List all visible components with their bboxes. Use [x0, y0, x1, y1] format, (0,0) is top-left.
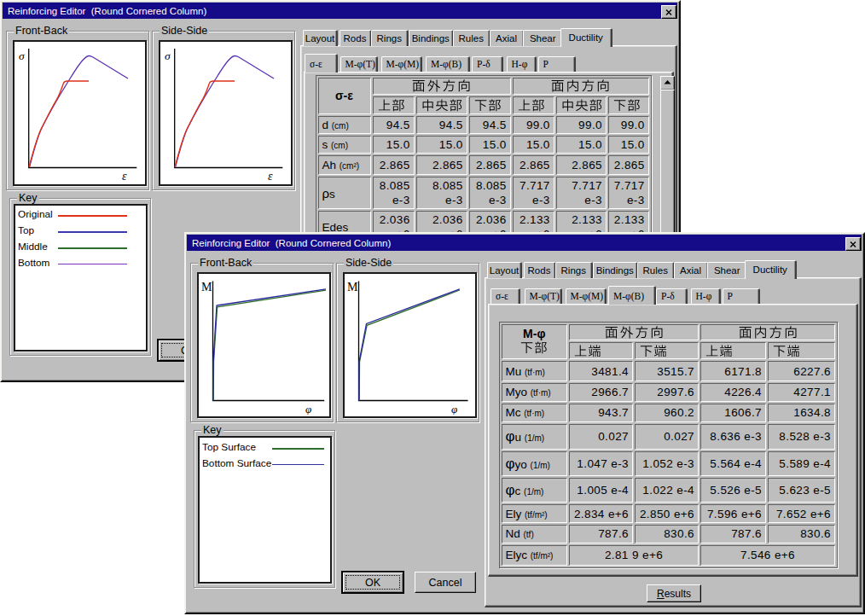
svg-text:φ: φ: [305, 403, 311, 415]
svg-text:ε: ε: [122, 170, 127, 182]
svg-text:M: M: [201, 281, 212, 293]
svg-text:σ: σ: [165, 49, 171, 62]
svg-text:M: M: [347, 281, 358, 293]
svg-text:φ: φ: [451, 403, 457, 415]
svg-text:σ: σ: [19, 49, 26, 62]
svg-text:ε: ε: [268, 170, 273, 182]
